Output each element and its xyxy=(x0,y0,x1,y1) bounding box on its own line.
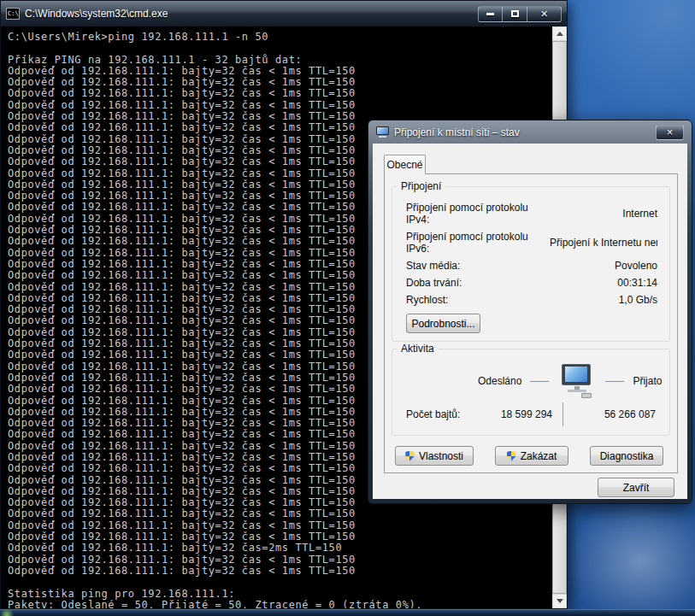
duration-label: Doba trvání: xyxy=(406,277,550,289)
tab-panel-general: Připojení Připojení pomocí protokolu IPv… xyxy=(384,173,678,473)
console-line: C:\Users\Mirek>ping 192.168.111.1 -n 50 xyxy=(8,32,552,43)
speed-value: 1,0 Gb/s xyxy=(550,294,657,306)
uac-shield-icon xyxy=(405,451,415,461)
console-line: Odpověď od 192.168.111.1: bajty=32 čas <… xyxy=(8,531,552,543)
taskbar[interactable] xyxy=(0,609,695,616)
connector-line xyxy=(530,381,549,382)
connection-group: Připojení Připojení pomocí protokolu IPv… xyxy=(392,186,670,342)
details-button[interactable]: Podrobnosti... xyxy=(406,314,480,333)
scroll-up-button[interactable] xyxy=(552,26,567,41)
received-label: Přijato xyxy=(633,375,662,387)
action-buttons-row: Vlastnosti Zakázat Diagnostika xyxy=(395,446,663,466)
console-line: Pakety: Odeslané = 50, Přijaté = 50, Ztr… xyxy=(8,600,552,608)
duration-value: 00:31:14 xyxy=(550,277,657,289)
media-state-value: Povoleno xyxy=(550,260,657,272)
console-line: Odpověď od 192.168.111.1: bajty=32 čas=2… xyxy=(8,543,552,554)
properties-button[interactable]: Vlastnosti xyxy=(395,446,474,466)
dialog-titlebar[interactable]: Připojení k místní síti – stav × xyxy=(368,120,692,144)
disable-button[interactable]: Zakázat xyxy=(495,446,568,466)
connector-line xyxy=(605,381,624,382)
close-icon: × xyxy=(540,8,547,20)
start-button[interactable] xyxy=(0,610,15,616)
connection-group-label: Připojení xyxy=(397,180,445,192)
activity-group-label: Aktivita xyxy=(397,343,439,355)
network-connection-icon xyxy=(376,126,389,138)
bytes-label: Počet bajtů: xyxy=(406,408,495,420)
scroll-down-button[interactable] xyxy=(552,594,567,608)
console-line: Odpověď od 192.168.111.1: bajty=32 čas <… xyxy=(8,88,552,99)
dialog-body: Obecné Připojení Připojení pomocí protok… xyxy=(373,144,687,499)
console-line: Odpověď od 192.168.111.1: bajty=32 čas <… xyxy=(8,100,552,111)
console-line: Odpověď od 192.168.111.1: bajty=32 čas <… xyxy=(8,77,552,88)
console-line xyxy=(8,43,552,54)
bytes-row: Počet bajtů: 18 599 294 56 266 087 xyxy=(406,402,656,426)
cmd-window-title: C:\Windows\system32\cmd.exe xyxy=(25,8,168,20)
bytes-sent-value: 18 599 294 xyxy=(495,408,552,420)
computer-icon xyxy=(557,363,597,399)
speed-row: Rychlost: 1,0 Gb/s xyxy=(406,291,657,308)
diagnostics-button[interactable]: Diagnostika xyxy=(590,446,663,466)
minimize-icon xyxy=(486,13,494,15)
bytes-divider xyxy=(562,402,563,426)
close-button[interactable]: × xyxy=(527,6,562,22)
uac-shield-icon xyxy=(507,451,516,461)
speed-label: Rychlost: xyxy=(406,294,550,306)
tab-label: Obecné xyxy=(386,159,422,171)
dialog-close-button[interactable]: × xyxy=(656,125,684,140)
console-line xyxy=(8,577,552,588)
media-state-label: Stav média: xyxy=(406,260,550,272)
connection-rows: Připojení pomocí protokolu IPv4: Interne… xyxy=(392,187,669,308)
network-status-dialog: Připojení k místní síti – stav × Obecné … xyxy=(368,120,692,504)
console-line: Odpověď od 192.168.111.1: bajty=32 čas <… xyxy=(8,554,552,566)
close-icon: × xyxy=(667,126,674,138)
tab-general[interactable]: Obecné xyxy=(384,155,426,174)
bytes-received-value: 56 266 087 xyxy=(574,408,656,420)
minimize-button[interactable] xyxy=(478,6,503,22)
arrow-up-icon xyxy=(557,32,563,36)
ipv4-value: Internet xyxy=(550,208,657,220)
ipv4-row: Připojení pomocí protokolu IPv4: Interne… xyxy=(406,199,657,228)
desktop-wallpaper-glow xyxy=(567,0,695,128)
console-line: Odpověď od 192.168.111.1: bajty=32 čas <… xyxy=(8,566,552,577)
cmd-icon: C:\ xyxy=(6,8,20,20)
ipv6-row: Připojení pomocí protokolu IPv6: Připoje… xyxy=(406,228,657,257)
activity-group: Aktivita Odesláno Přijato Počet bajtů: 1… xyxy=(392,349,670,436)
maximize-icon xyxy=(511,10,519,17)
console-line: Odpověď od 192.168.111.1: bajty=32 čas <… xyxy=(8,508,552,519)
duration-row: Doba trvání: 00:31:14 xyxy=(406,274,657,291)
close-dialog-button[interactable]: Zavřít xyxy=(598,478,674,497)
console-line: Odpověď od 192.168.111.1: bajty=32 čas <… xyxy=(8,66,552,77)
cmd-titlebar[interactable]: C:\ C:\Windows\system32\cmd.exe × xyxy=(1,1,567,26)
media-state-row: Stav média: Povoleno xyxy=(406,257,657,274)
ipv4-label: Připojení pomocí protokolu IPv4: xyxy=(406,202,550,226)
activity-row: Odesláno Přijato xyxy=(478,363,669,399)
ipv6-label: Připojení pomocí protokolu IPv6: xyxy=(406,231,550,255)
console-line: Příkaz PING na 192.168.111.1 - 32 bajtů … xyxy=(8,55,552,66)
console-line: Statistika ping pro 192.168.111.1: xyxy=(8,589,552,600)
cmd-caption-buttons: × xyxy=(478,6,562,22)
arrow-down-icon xyxy=(557,599,563,603)
desktop-wallpaper-glow xyxy=(558,490,695,609)
console-line: Odpověď od 192.168.111.1: bajty=32 čas <… xyxy=(8,520,552,531)
dialog-title: Připojení k místní síti – stav xyxy=(394,126,520,138)
maximize-button[interactable] xyxy=(503,6,527,22)
sent-label: Odesláno xyxy=(478,375,521,387)
ipv6-value: Připojení k Internetu není k xyxy=(550,237,657,249)
